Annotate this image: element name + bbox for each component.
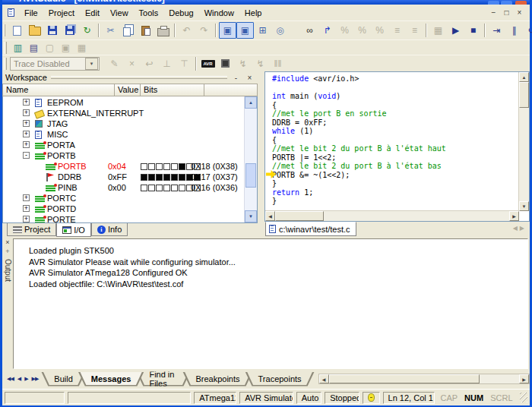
tree-expander-icon[interactable]: + [23,205,30,212]
io-view-button[interactable]: ▥ [10,40,26,55]
scroll-left-icon[interactable]: ◀ [265,211,275,221]
bit-checkbox[interactable] [163,174,170,181]
tree-item-eeprom[interactable]: +EEPROM [3,97,245,108]
copy-button[interactable] [119,22,137,39]
last-tab-button[interactable]: ▶▶ [31,374,40,383]
toggle-output-view-button[interactable]: ▣ [236,22,254,39]
prev-tab-button[interactable]: ◀ [17,374,21,383]
next-tab-button[interactable]: ▶ [24,374,28,383]
tab-info[interactable]: Info [91,223,128,236]
bit-checkbox[interactable] [141,163,147,170]
resize-grip[interactable] [520,393,528,402]
paste-button[interactable] [137,22,154,39]
tab-breakpoints[interactable]: Breakpoints [182,372,252,386]
tab-io[interactable]: I/O [56,223,91,237]
menu-file[interactable]: File [19,6,43,20]
memory-view-button[interactable]: ▤ [26,40,42,55]
tree-expander-icon[interactable]: + [23,131,30,137]
column-header-name[interactable]: Name [2,84,115,96]
find-button[interactable]: ∞ [301,22,318,39]
menu-window[interactable]: Window [199,6,239,20]
column-header-bits[interactable]: Bits [141,84,204,96]
scroll-up-icon[interactable]: ▲ [519,72,529,82]
tree-expander-icon[interactable]: + [23,99,30,106]
tree-item-portd[interactable]: +PORTD [3,204,245,214]
tree-expander-icon[interactable]: + [23,109,30,116]
print-button[interactable] [154,22,172,39]
toolbar-grip[interactable] [4,24,5,36]
tree-scrollbar[interactable]: ▲ ▼ [244,96,257,222]
column-header-extra[interactable] [204,84,258,96]
tree-item-misc[interactable]: +MISC [3,129,245,140]
menu-view[interactable]: View [105,6,134,20]
stop-button[interactable]: ■ [464,22,482,39]
toggle-workspace-view-button[interactable]: ▣ [219,22,236,39]
scroll-left-icon[interactable]: ◀ [319,374,329,383]
editor-hscrollbar[interactable]: ◀ ▶ [265,210,519,221]
tab-find-in-files[interactable]: Find in Files [136,372,190,386]
tab-scroll-icons[interactable]: ◀▶ [513,225,527,232]
tab-project[interactable]: Project [7,223,56,236]
bit-checkbox[interactable] [179,163,185,170]
tab-build[interactable]: Build [41,372,85,386]
scroll-thumb[interactable] [275,211,324,221]
tree-item-external_interrupt[interactable]: +EXTERNAL_INTERRUPT [3,108,245,118]
minimize-document-button[interactable]: − [487,7,500,18]
revert-button[interactable]: ↻ [78,22,96,39]
menu-help[interactable]: Help [239,6,268,20]
editor-tab[interactable]: c:\winavr\test/test.c [265,222,356,236]
auto-step-button[interactable]: ⇥ [488,22,505,39]
bit-checkbox[interactable] [156,174,163,181]
cascade-windows-button[interactable]: ⊞ [254,22,271,39]
bit-checkbox[interactable] [156,163,163,170]
bit-checkbox[interactable] [171,163,178,170]
open-file-button[interactable] [26,22,43,39]
bit-checkbox[interactable] [148,163,155,170]
bit-checkbox[interactable] [179,185,185,191]
close-output-icon[interactable]: × [5,239,9,246]
tree-expander-icon[interactable]: - [23,152,30,159]
tree-item-jtag[interactable]: +JTAG [3,118,245,129]
output-hscrollbar[interactable]: ◀ ▶ [318,374,530,384]
close-document-button[interactable]: × [513,7,526,18]
cut-button[interactable]: ✂ [102,22,119,39]
tree-expander-icon[interactable]: + [23,194,30,201]
tab-messages[interactable]: Messages [78,372,144,386]
bit-checkbox[interactable] [141,174,147,181]
tab-tracepoints[interactable]: Tracepoints [245,372,315,386]
register-row-ddrb[interactable]: DDRB0xFF0X17 (0X37) [3,172,245,182]
bit-checkbox[interactable] [171,185,178,191]
tree-expander-icon[interactable]: + [23,120,30,127]
tree-item-portb[interactable]: -PORTB [3,150,245,161]
scroll-thumb[interactable] [329,374,480,383]
tree-item-portc[interactable]: +PORTC [3,193,245,204]
bit-checkbox[interactable] [141,185,147,191]
save-all-button[interactable] [61,22,78,39]
toolbar-grip[interactable] [4,58,7,70]
bit-checkbox[interactable] [156,185,163,191]
scroll-up-icon[interactable]: ▲ [245,96,257,109]
pause-button[interactable]: ∥ [505,22,523,39]
bit-checkbox[interactable] [148,185,155,191]
editor-vscrollbar[interactable]: ▲ ▼ [518,72,529,211]
bit-checkbox[interactable] [171,174,178,181]
run-button[interactable]: ▶ [447,22,464,39]
menu-edit[interactable]: Edit [80,6,105,20]
new-file-button[interactable] [8,22,26,39]
first-tab-button[interactable]: ◀◀ [6,374,14,383]
close-panel-button[interactable]: × [245,73,255,82]
avr-device-button[interactable]: AVR [199,55,217,72]
code-area[interactable]: #include <avr/io.h> int main (void){//me… [272,74,518,210]
scroll-right-icon[interactable]: ▶ [509,211,519,221]
menu-tools[interactable]: Tools [134,6,164,20]
scroll-right-icon[interactable]: ▶ [519,374,529,383]
tree-expander-icon[interactable]: + [23,216,30,222]
chevron-down-icon[interactable]: ▼ [85,58,98,70]
toolbar-grip[interactable] [4,42,7,54]
reset-button[interactable]: ↺ [523,22,532,39]
register-row-pinb[interactable]: PINB0x000X16 (0X36) [3,182,245,193]
column-header-value[interactable]: Value [115,84,141,96]
output-content[interactable]: Loaded plugin STK500AVR Simulator Please… [13,238,528,369]
scroll-thumb[interactable] [245,163,256,188]
save-file-button[interactable] [43,22,61,39]
